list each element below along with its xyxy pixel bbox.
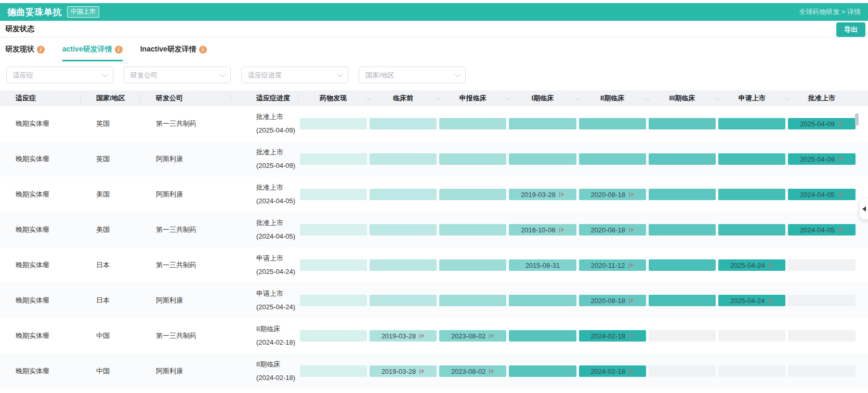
breadcrumb[interactable]: 全球药物研发 > 详情 xyxy=(799,7,861,17)
stage-bar xyxy=(579,118,646,129)
stage-date-label: 2024-04-05 xyxy=(800,226,835,234)
vertical-scrollbar-thumb[interactable] xyxy=(855,113,859,126)
stage-date-label: 2019-03-28 xyxy=(382,368,416,375)
stage-bar: 2024-04-05 xyxy=(788,224,855,235)
col-header-company: 研发公司 xyxy=(140,90,231,106)
stage-bar: 2019-03-28 xyxy=(509,189,576,200)
chevron-down-icon xyxy=(102,71,108,77)
filter-progress[interactable] xyxy=(241,67,348,83)
stage-cell xyxy=(717,224,787,235)
country-cell: 日本 xyxy=(81,260,140,270)
stage-date-marker-icon xyxy=(629,334,634,338)
stage-date-label: 2020-08-18 xyxy=(590,226,625,234)
progress-status: 批准上市 xyxy=(256,216,298,230)
filter-company-input[interactable] xyxy=(130,71,220,79)
info-icon[interactable]: i xyxy=(199,46,207,54)
stage-cell: 2019-03-28 xyxy=(508,189,577,200)
app-header: 德曲妥珠单抗 中国上市 全球药物研发 > 详情 xyxy=(0,3,868,21)
indication-cell: 晚期实体瘤 xyxy=(0,119,81,128)
stage-cell: 2019-03-28 xyxy=(368,365,438,377)
country-cell: 中国 xyxy=(81,331,140,340)
stage-date-marker-icon xyxy=(489,369,494,374)
company-cell: 第一三共制药 xyxy=(140,225,231,234)
stage-bar xyxy=(509,153,576,165)
stage-date-marker-icon xyxy=(629,228,634,232)
filter-country-input[interactable] xyxy=(365,71,455,79)
stage-bar xyxy=(439,153,506,165)
stage-bar-empty xyxy=(649,330,716,342)
stage-bar: 2025-04-09 xyxy=(788,118,855,129)
filter-progress-input[interactable] xyxy=(248,71,337,79)
stage-cell xyxy=(438,259,508,271)
stage-cell: 2025-04-09 xyxy=(787,153,857,165)
stage-bar xyxy=(439,259,506,271)
stage-bar xyxy=(718,189,785,200)
tab-rd-status[interactable]: 研发现状 i xyxy=(5,37,45,61)
stage-bar: 2025-04-24 xyxy=(718,259,785,271)
indication-cell: 晚期实体瘤 xyxy=(0,154,81,164)
stage-date-marker-icon xyxy=(768,263,773,268)
progress-date: (2025-04-24) xyxy=(256,265,298,279)
tab-active-detail[interactable]: active研发详情 i xyxy=(62,37,123,61)
stage-bar xyxy=(579,153,646,165)
progress-status: 申请上市 xyxy=(256,287,298,300)
stage-cell xyxy=(787,259,857,271)
progress-status: II期临床 xyxy=(256,358,298,371)
tab-label: Inactive研发详情 xyxy=(140,45,196,54)
stage-bar xyxy=(300,224,367,235)
stage-cell: 2023-08-02 xyxy=(438,365,508,377)
stage-cell: 2025-04-09 xyxy=(787,118,857,129)
chevron-down-icon xyxy=(455,71,461,77)
stage-bar xyxy=(649,259,716,271)
stage-cell: 2015-08-31 xyxy=(508,259,577,271)
stage-cell xyxy=(647,118,717,129)
collapse-panel-handle[interactable] xyxy=(860,199,868,219)
table-header: 适应症 国家/地区 研发公司 适应症进度 药物发现→ 临床前→ 申报临床→ I期… xyxy=(0,90,868,106)
filter-indication-input[interactable] xyxy=(13,71,102,79)
indication-cell: 晚期实体瘤 xyxy=(0,260,81,270)
stage-date-label: 2025-04-09 xyxy=(800,120,835,128)
stage-cell xyxy=(508,153,577,165)
market-status-badge: 中国上市 xyxy=(67,6,99,18)
stage-date-marker-icon xyxy=(838,192,844,197)
stage-bar-empty xyxy=(718,330,785,342)
stage-cell xyxy=(787,330,857,342)
stage-cell xyxy=(508,330,577,342)
stage-bar: 2020-08-18 xyxy=(579,224,646,235)
stage-bar-empty xyxy=(788,365,855,377)
table-row: 晚期实体瘤美国阿斯利康批准上市(2024-04-05)2019-03-28202… xyxy=(0,177,868,212)
stage-date-marker-icon xyxy=(838,122,844,126)
stage-cell: 2020-08-18 xyxy=(577,189,647,200)
tab-label: active研发详情 xyxy=(62,45,112,54)
stage-cell xyxy=(298,330,368,342)
info-icon[interactable]: i xyxy=(37,46,45,54)
stage-bar xyxy=(509,295,576,306)
filter-indication[interactable] xyxy=(6,67,113,83)
stage-cell xyxy=(647,189,717,200)
stage-bar xyxy=(300,189,367,200)
country-cell: 日本 xyxy=(81,296,140,305)
stage-cell xyxy=(508,365,577,377)
stage-bar xyxy=(718,118,785,129)
info-icon[interactable]: i xyxy=(115,46,123,54)
stage-cell xyxy=(298,118,368,129)
stage-bar xyxy=(370,259,437,271)
stage-cell xyxy=(438,295,508,306)
stage-cell xyxy=(647,153,717,165)
stage-date-label: 2025-04-09 xyxy=(800,155,835,163)
stage-cell xyxy=(647,259,717,271)
stage-cell: 2023-08-02 xyxy=(438,330,508,342)
stage-date-marker-icon xyxy=(419,334,425,338)
col-header-country: 国家/地区 xyxy=(81,90,140,106)
stage-cell: 2016-10-06 xyxy=(508,224,577,235)
stage-cell xyxy=(577,118,647,129)
stage-date-marker-icon xyxy=(768,298,773,303)
stage-cell xyxy=(647,224,717,235)
stage-cell xyxy=(717,330,787,342)
filter-country[interactable] xyxy=(359,67,466,83)
col-header-indication: 适应症 xyxy=(0,90,81,106)
company-cell: 第一三共制药 xyxy=(140,119,231,128)
tab-inactive-detail[interactable]: Inactive研发详情 i xyxy=(140,37,207,61)
export-button[interactable]: 导出 xyxy=(836,22,865,37)
filter-company[interactable] xyxy=(124,67,231,83)
